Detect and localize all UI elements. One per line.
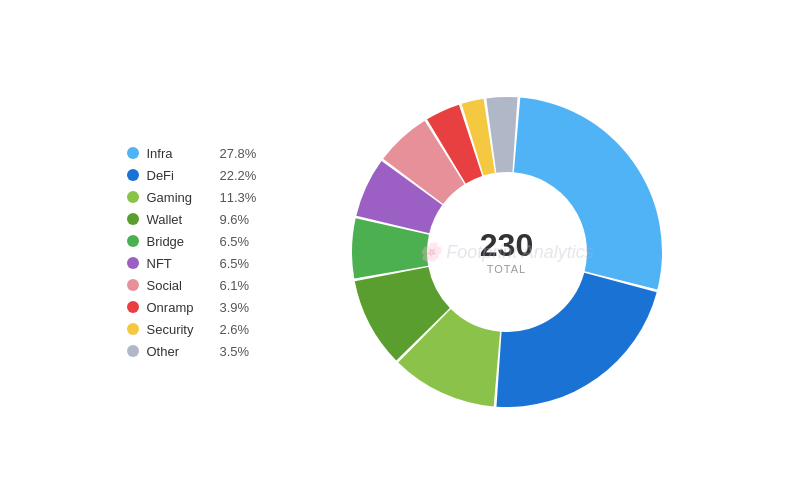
legend-item-security: Security 2.6% — [127, 322, 307, 337]
legend-value: 6.5% — [220, 234, 250, 249]
legend-label: Wallet — [147, 212, 212, 227]
legend-dot — [127, 301, 139, 313]
legend-value: 9.6% — [220, 212, 250, 227]
legend-label: Bridge — [147, 234, 212, 249]
legend-dot — [127, 191, 139, 203]
legend-item-wallet: Wallet 9.6% — [127, 212, 307, 227]
legend-dot — [127, 279, 139, 291]
main-container: Infra 27.8% DeFi 22.2% Gaming 11.3% Wall… — [0, 0, 803, 504]
legend-item-social: Social 6.1% — [127, 278, 307, 293]
legend-item-infra: Infra 27.8% — [127, 146, 307, 161]
segment-defi[interactable] — [496, 273, 656, 407]
legend-dot — [127, 257, 139, 269]
legend-dot — [127, 169, 139, 181]
legend-item-defi: DeFi 22.2% — [127, 168, 307, 183]
legend-label: Onramp — [147, 300, 212, 315]
legend-dot — [127, 345, 139, 357]
legend-item-onramp: Onramp 3.9% — [127, 300, 307, 315]
donut-chart-area: 230 TOTAL 🌸 Footprint Analytics — [337, 82, 677, 422]
legend-value: 3.5% — [220, 344, 250, 359]
legend-value: 6.5% — [220, 256, 250, 271]
legend-dot — [127, 147, 139, 159]
legend-item-bridge: Bridge 6.5% — [127, 234, 307, 249]
legend-label: NFT — [147, 256, 212, 271]
legend-label: DeFi — [147, 168, 212, 183]
legend-value: 3.9% — [220, 300, 250, 315]
donut-svg — [337, 82, 677, 422]
legend-dot — [127, 323, 139, 335]
chart-legend: Infra 27.8% DeFi 22.2% Gaming 11.3% Wall… — [127, 146, 307, 359]
legend-value: 11.3% — [220, 190, 257, 205]
segment-infra[interactable] — [513, 98, 661, 290]
legend-value: 2.6% — [220, 322, 250, 337]
legend-label: Infra — [147, 146, 212, 161]
legend-dot — [127, 213, 139, 225]
legend-value: 6.1% — [220, 278, 250, 293]
legend-label: Security — [147, 322, 212, 337]
legend-label: Gaming — [147, 190, 212, 205]
legend-value: 27.8% — [220, 146, 257, 161]
legend-item-other: Other 3.5% — [127, 344, 307, 359]
legend-dot — [127, 235, 139, 247]
legend-label: Social — [147, 278, 212, 293]
legend-value: 22.2% — [220, 168, 257, 183]
legend-label: Other — [147, 344, 212, 359]
legend-item-nft: NFT 6.5% — [127, 256, 307, 271]
legend-item-gaming: Gaming 11.3% — [127, 190, 307, 205]
